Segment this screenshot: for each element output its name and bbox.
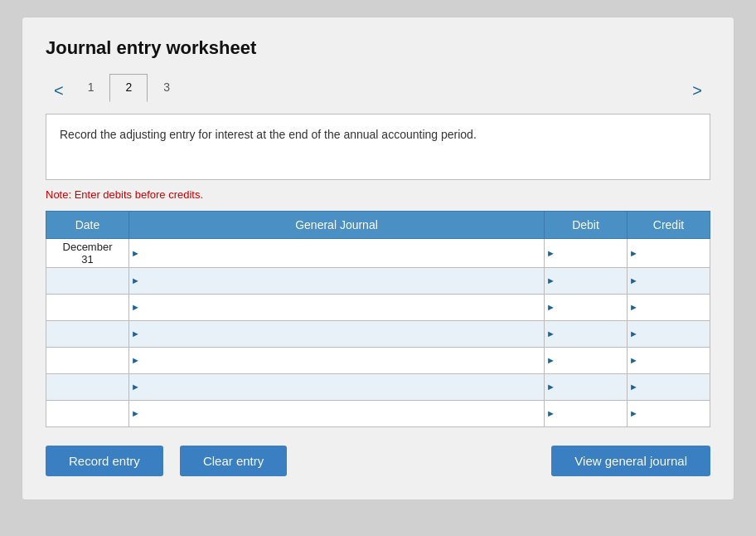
debit-cell-1[interactable]: ►: [545, 238, 628, 267]
debit-cell-6[interactable]: ►: [545, 373, 628, 400]
journal-input-4[interactable]: [141, 328, 539, 340]
debit-input-5[interactable]: [556, 354, 622, 367]
credit-cell-5[interactable]: ►: [628, 347, 710, 373]
debit-cell-2[interactable]: ►: [545, 267, 628, 294]
prev-arrow[interactable]: <: [46, 79, 72, 102]
credit-input-2[interactable]: [639, 275, 705, 287]
col-header-journal: General Journal: [129, 211, 545, 238]
journal-entry-worksheet-card: Journal entry worksheet < 1 2 3 > Record…: [22, 17, 734, 500]
date-cell-5: [46, 347, 129, 373]
debit-input-3[interactable]: [556, 301, 622, 314]
row-arrow-icon-4: ►: [131, 329, 140, 339]
debit-arrow-icon: ►: [546, 248, 555, 258]
debit-input-2[interactable]: [556, 275, 622, 287]
next-arrow[interactable]: >: [684, 79, 710, 102]
credit-arrow-icon-4: ►: [629, 329, 638, 339]
debit-cell-5[interactable]: ►: [545, 347, 628, 373]
credit-input-7[interactable]: [639, 407, 705, 420]
debit-arrow-icon-4: ►: [546, 329, 555, 339]
page-title: Journal entry worksheet: [46, 37, 710, 59]
table-row: ► ► ►: [46, 373, 710, 400]
journal-input-7[interactable]: [141, 407, 539, 420]
table-row: ► ► ►: [46, 347, 710, 373]
instruction-box: Record the adjusting entry for interest …: [46, 114, 710, 180]
note-text: Note: Enter debits before credits.: [46, 188, 710, 201]
buttons-row: Record entry Clear entry View general jo…: [46, 446, 710, 476]
journal-input-5[interactable]: [141, 354, 539, 367]
credit-cell-1[interactable]: ►: [628, 238, 710, 267]
journal-table: Date General Journal Debit Credit Decemb…: [46, 211, 710, 427]
clear-entry-button[interactable]: Clear entry: [180, 446, 287, 476]
credit-cell-7[interactable]: ►: [628, 400, 710, 426]
col-header-date: Date: [46, 211, 129, 238]
row-arrow-icon-7: ►: [131, 408, 140, 418]
table-row: ► ► ►: [46, 320, 710, 347]
journal-input-1[interactable]: [141, 247, 539, 260]
credit-arrow-icon-7: ►: [629, 408, 638, 418]
journal-cell-3[interactable]: ►: [129, 294, 545, 320]
debit-cell-3[interactable]: ►: [545, 294, 628, 320]
col-header-debit: Debit: [545, 211, 628, 238]
credit-input-5[interactable]: [639, 354, 705, 367]
journal-cell-5[interactable]: ►: [129, 347, 545, 373]
debit-arrow-icon-5: ►: [546, 355, 555, 365]
tab-2[interactable]: 2: [109, 74, 148, 102]
journal-input-3[interactable]: [141, 301, 539, 314]
credit-cell-2[interactable]: ►: [628, 267, 710, 294]
table-row: ► ► ►: [46, 267, 710, 294]
credit-cell-3[interactable]: ►: [628, 294, 710, 320]
journal-input-2[interactable]: [141, 275, 539, 287]
credit-arrow-icon-2: ►: [629, 275, 638, 285]
row-arrow-icon-3: ►: [131, 302, 140, 312]
row-arrow-icon-2: ►: [131, 275, 140, 285]
credit-arrow-icon-5: ►: [629, 355, 638, 365]
debit-input-1[interactable]: [556, 247, 622, 260]
date-cell-3: [46, 294, 129, 320]
tabs-container: < 1 2 3: [46, 74, 186, 102]
date-cell-2: [46, 267, 129, 294]
debit-arrow-icon-3: ►: [546, 302, 555, 312]
row-arrow-icon: ►: [131, 248, 140, 258]
credit-arrow-icon: ►: [629, 248, 638, 258]
credit-input-6[interactable]: [639, 381, 705, 393]
credit-arrow-icon-6: ►: [629, 382, 638, 392]
debit-input-6[interactable]: [556, 381, 622, 393]
table-row: ► ► ►: [46, 294, 710, 320]
instruction-text: Record the adjusting entry for interest …: [60, 128, 477, 141]
journal-cell-6[interactable]: ►: [129, 373, 545, 400]
debit-arrow-icon-6: ►: [546, 382, 555, 392]
tab-3[interactable]: 3: [148, 74, 186, 102]
row-arrow-icon-5: ►: [131, 355, 140, 365]
row-arrow-icon-6: ►: [131, 382, 140, 392]
credit-arrow-icon-3: ►: [629, 302, 638, 312]
date-cell-1: December31: [46, 238, 129, 267]
view-general-journal-button[interactable]: View general journal: [551, 446, 710, 476]
journal-cell-1[interactable]: ►: [129, 238, 545, 267]
table-row: December31 ► ► ►: [46, 238, 710, 267]
journal-cell-4[interactable]: ►: [129, 320, 545, 347]
journal-cell-7[interactable]: ►: [129, 400, 545, 426]
debit-cell-7[interactable]: ►: [545, 400, 628, 426]
credit-cell-4[interactable]: ►: [628, 320, 710, 347]
tab-1[interactable]: 1: [72, 74, 110, 102]
credit-input-3[interactable]: [639, 301, 705, 314]
table-row: ► ► ►: [46, 400, 710, 426]
col-header-credit: Credit: [628, 211, 710, 238]
date-cell-7: [46, 400, 129, 426]
date-cell-4: [46, 320, 129, 347]
credit-input-1[interactable]: [639, 247, 705, 260]
credit-cell-6[interactable]: ►: [628, 373, 710, 400]
credit-input-4[interactable]: [639, 328, 705, 340]
debit-arrow-icon-2: ►: [546, 275, 555, 285]
journal-cell-2[interactable]: ►: [129, 267, 545, 294]
debit-arrow-icon-7: ►: [546, 408, 555, 418]
record-entry-button[interactable]: Record entry: [46, 446, 163, 476]
debit-input-4[interactable]: [556, 328, 622, 340]
debit-input-7[interactable]: [556, 407, 622, 420]
journal-input-6[interactable]: [141, 381, 539, 393]
debit-cell-4[interactable]: ►: [545, 320, 628, 347]
date-cell-6: [46, 373, 129, 400]
tabs-row: < 1 2 3 >: [46, 74, 710, 102]
